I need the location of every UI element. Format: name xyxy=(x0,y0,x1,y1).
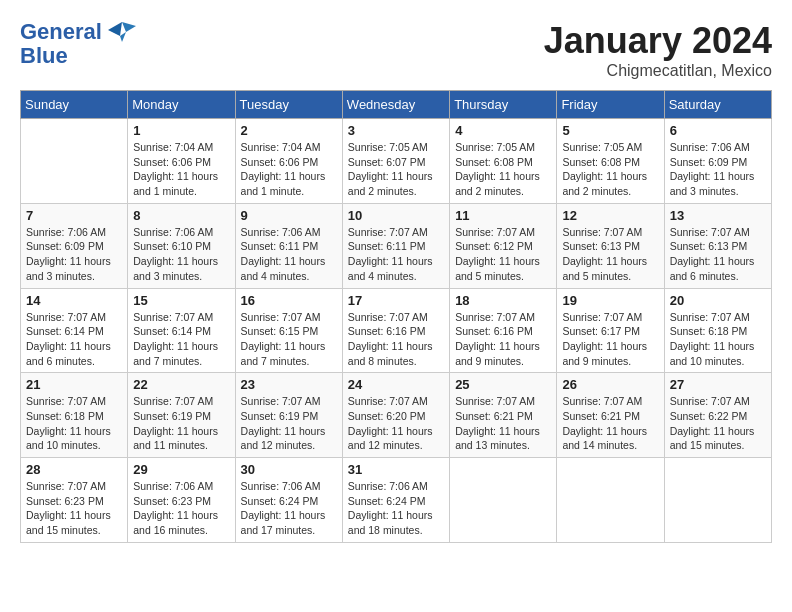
page-header: General Blue January 2024 Chigmecatitlan… xyxy=(20,20,772,80)
calendar-cell: 16Sunrise: 7:07 AMSunset: 6:15 PMDayligh… xyxy=(235,288,342,373)
day-number: 21 xyxy=(26,377,122,392)
weekday-header-tuesday: Tuesday xyxy=(235,91,342,119)
day-number: 26 xyxy=(562,377,658,392)
calendar-cell: 10Sunrise: 7:07 AMSunset: 6:11 PMDayligh… xyxy=(342,203,449,288)
weekday-header-wednesday: Wednesday xyxy=(342,91,449,119)
day-info: Sunrise: 7:07 AMSunset: 6:14 PMDaylight:… xyxy=(133,310,229,369)
day-number: 3 xyxy=(348,123,444,138)
day-number: 12 xyxy=(562,208,658,223)
calendar-cell: 6Sunrise: 7:06 AMSunset: 6:09 PMDaylight… xyxy=(664,119,771,204)
day-info: Sunrise: 7:07 AMSunset: 6:17 PMDaylight:… xyxy=(562,310,658,369)
day-number: 23 xyxy=(241,377,337,392)
day-number: 15 xyxy=(133,293,229,308)
svg-marker-1 xyxy=(108,22,122,36)
calendar-cell: 11Sunrise: 7:07 AMSunset: 6:12 PMDayligh… xyxy=(450,203,557,288)
day-number: 22 xyxy=(133,377,229,392)
calendar-cell: 4Sunrise: 7:05 AMSunset: 6:08 PMDaylight… xyxy=(450,119,557,204)
day-number: 7 xyxy=(26,208,122,223)
calendar-cell: 26Sunrise: 7:07 AMSunset: 6:21 PMDayligh… xyxy=(557,373,664,458)
day-number: 16 xyxy=(241,293,337,308)
calendar-cell: 3Sunrise: 7:05 AMSunset: 6:07 PMDaylight… xyxy=(342,119,449,204)
day-number: 25 xyxy=(455,377,551,392)
day-number: 9 xyxy=(241,208,337,223)
calendar-cell: 27Sunrise: 7:07 AMSunset: 6:22 PMDayligh… xyxy=(664,373,771,458)
day-info: Sunrise: 7:07 AMSunset: 6:22 PMDaylight:… xyxy=(670,394,766,453)
weekday-header-saturday: Saturday xyxy=(664,91,771,119)
calendar-cell: 12Sunrise: 7:07 AMSunset: 6:13 PMDayligh… xyxy=(557,203,664,288)
calendar-cell: 18Sunrise: 7:07 AMSunset: 6:16 PMDayligh… xyxy=(450,288,557,373)
day-info: Sunrise: 7:06 AMSunset: 6:23 PMDaylight:… xyxy=(133,479,229,538)
day-info: Sunrise: 7:06 AMSunset: 6:24 PMDaylight:… xyxy=(241,479,337,538)
day-info: Sunrise: 7:07 AMSunset: 6:12 PMDaylight:… xyxy=(455,225,551,284)
day-number: 28 xyxy=(26,462,122,477)
calendar-cell: 22Sunrise: 7:07 AMSunset: 6:19 PMDayligh… xyxy=(128,373,235,458)
day-info: Sunrise: 7:04 AMSunset: 6:06 PMDaylight:… xyxy=(133,140,229,199)
day-info: Sunrise: 7:07 AMSunset: 6:16 PMDaylight:… xyxy=(455,310,551,369)
calendar-cell xyxy=(450,458,557,543)
day-info: Sunrise: 7:05 AMSunset: 6:07 PMDaylight:… xyxy=(348,140,444,199)
calendar-cell: 20Sunrise: 7:07 AMSunset: 6:18 PMDayligh… xyxy=(664,288,771,373)
day-number: 27 xyxy=(670,377,766,392)
calendar-cell: 15Sunrise: 7:07 AMSunset: 6:14 PMDayligh… xyxy=(128,288,235,373)
calendar-cell: 25Sunrise: 7:07 AMSunset: 6:21 PMDayligh… xyxy=(450,373,557,458)
day-number: 14 xyxy=(26,293,122,308)
day-number: 13 xyxy=(670,208,766,223)
calendar-cell xyxy=(557,458,664,543)
logo: General Blue xyxy=(20,20,136,68)
day-number: 19 xyxy=(562,293,658,308)
day-info: Sunrise: 7:07 AMSunset: 6:16 PMDaylight:… xyxy=(348,310,444,369)
day-info: Sunrise: 7:07 AMSunset: 6:18 PMDaylight:… xyxy=(670,310,766,369)
day-info: Sunrise: 7:07 AMSunset: 6:13 PMDaylight:… xyxy=(562,225,658,284)
calendar-cell: 13Sunrise: 7:07 AMSunset: 6:13 PMDayligh… xyxy=(664,203,771,288)
day-info: Sunrise: 7:06 AMSunset: 6:11 PMDaylight:… xyxy=(241,225,337,284)
logo-line2: Blue xyxy=(20,44,136,68)
calendar-cell: 7Sunrise: 7:06 AMSunset: 6:09 PMDaylight… xyxy=(21,203,128,288)
day-info: Sunrise: 7:06 AMSunset: 6:24 PMDaylight:… xyxy=(348,479,444,538)
weekday-header-friday: Friday xyxy=(557,91,664,119)
calendar-cell: 19Sunrise: 7:07 AMSunset: 6:17 PMDayligh… xyxy=(557,288,664,373)
day-info: Sunrise: 7:07 AMSunset: 6:20 PMDaylight:… xyxy=(348,394,444,453)
weekday-header-thursday: Thursday xyxy=(450,91,557,119)
day-number: 17 xyxy=(348,293,444,308)
calendar-cell: 2Sunrise: 7:04 AMSunset: 6:06 PMDaylight… xyxy=(235,119,342,204)
calendar-cell: 24Sunrise: 7:07 AMSunset: 6:20 PMDayligh… xyxy=(342,373,449,458)
logo-line1: General xyxy=(20,20,136,44)
calendar-cell: 5Sunrise: 7:05 AMSunset: 6:08 PMDaylight… xyxy=(557,119,664,204)
day-number: 2 xyxy=(241,123,337,138)
day-info: Sunrise: 7:07 AMSunset: 6:21 PMDaylight:… xyxy=(455,394,551,453)
calendar-cell xyxy=(664,458,771,543)
day-number: 29 xyxy=(133,462,229,477)
day-info: Sunrise: 7:07 AMSunset: 6:23 PMDaylight:… xyxy=(26,479,122,538)
day-info: Sunrise: 7:07 AMSunset: 6:19 PMDaylight:… xyxy=(133,394,229,453)
calendar-cell: 1Sunrise: 7:04 AMSunset: 6:06 PMDaylight… xyxy=(128,119,235,204)
day-info: Sunrise: 7:05 AMSunset: 6:08 PMDaylight:… xyxy=(562,140,658,199)
calendar-cell: 17Sunrise: 7:07 AMSunset: 6:16 PMDayligh… xyxy=(342,288,449,373)
day-number: 1 xyxy=(133,123,229,138)
day-number: 4 xyxy=(455,123,551,138)
calendar-cell xyxy=(21,119,128,204)
day-info: Sunrise: 7:07 AMSunset: 6:11 PMDaylight:… xyxy=(348,225,444,284)
calendar-cell: 31Sunrise: 7:06 AMSunset: 6:24 PMDayligh… xyxy=(342,458,449,543)
day-info: Sunrise: 7:06 AMSunset: 6:09 PMDaylight:… xyxy=(670,140,766,199)
day-info: Sunrise: 7:07 AMSunset: 6:15 PMDaylight:… xyxy=(241,310,337,369)
svg-marker-0 xyxy=(122,22,136,32)
day-number: 8 xyxy=(133,208,229,223)
day-info: Sunrise: 7:06 AMSunset: 6:10 PMDaylight:… xyxy=(133,225,229,284)
main-title: January 2024 xyxy=(544,20,772,62)
day-info: Sunrise: 7:07 AMSunset: 6:19 PMDaylight:… xyxy=(241,394,337,453)
weekday-header-sunday: Sunday xyxy=(21,91,128,119)
calendar-table: SundayMondayTuesdayWednesdayThursdayFrid… xyxy=(20,90,772,543)
day-info: Sunrise: 7:04 AMSunset: 6:06 PMDaylight:… xyxy=(241,140,337,199)
day-number: 11 xyxy=(455,208,551,223)
day-number: 6 xyxy=(670,123,766,138)
weekday-header-monday: Monday xyxy=(128,91,235,119)
day-number: 24 xyxy=(348,377,444,392)
day-number: 10 xyxy=(348,208,444,223)
day-number: 20 xyxy=(670,293,766,308)
calendar-cell: 28Sunrise: 7:07 AMSunset: 6:23 PMDayligh… xyxy=(21,458,128,543)
day-info: Sunrise: 7:05 AMSunset: 6:08 PMDaylight:… xyxy=(455,140,551,199)
day-info: Sunrise: 7:07 AMSunset: 6:13 PMDaylight:… xyxy=(670,225,766,284)
calendar-cell: 30Sunrise: 7:06 AMSunset: 6:24 PMDayligh… xyxy=(235,458,342,543)
day-number: 30 xyxy=(241,462,337,477)
calendar-cell: 21Sunrise: 7:07 AMSunset: 6:18 PMDayligh… xyxy=(21,373,128,458)
